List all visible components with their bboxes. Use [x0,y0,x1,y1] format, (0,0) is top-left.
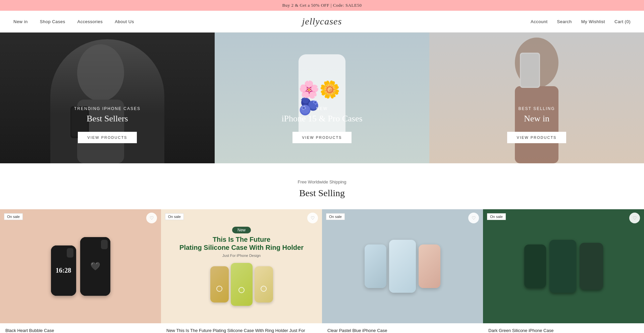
ring-holder-1 [216,286,222,292]
product-info-3: Clear Pastel Blue iPhone Case [322,323,483,333]
product-info-2: New This Is The Future Plating Silicone … [161,323,322,333]
ring-case-3 [255,266,273,302]
wishlist-btn-2[interactable]: ♡ [307,213,318,223]
phone-mockup-1: 16:28 🖤 [51,237,110,296]
product-grid: On sale ♡ 16:28 🖤 Black Heart Bubble [0,209,644,333]
hero-center-content: New iPhone 15 & Pro Cases VIEW PRODUCTS [215,106,429,143]
product-name-1: Black Heart Bubble Case [5,327,156,333]
nav-about-us[interactable]: About Us [115,19,134,24]
camera-2 [101,240,108,249]
hero-left-btn[interactable]: VIEW PRODUCTS [78,132,137,143]
phone-md-1: 🖤 [80,237,110,296]
nav-wishlist[interactable]: My Wishlist [581,19,605,24]
product-card-1[interactable]: On sale ♡ 16:28 🖤 Black Heart Bubble [0,209,161,333]
phone-3-sm [365,244,386,288]
on-sale-badge-1: On sale [4,213,23,220]
best-selling-title: Best Selling [0,188,644,199]
best-selling-sublabel: Free Worldwide Shipping [0,179,644,184]
hero-left-title: Best Sellers [0,114,215,124]
product-card-4[interactable]: On sale ♡ Dark Green Silicone iPhone Cas… [483,209,644,333]
product-image-4: On sale ♡ [483,209,644,323]
phones-row-3 [365,240,440,293]
hero-right-subtitle: Best Selling [429,106,644,111]
on-sale-badge-4: On sale [487,213,506,220]
hero-right-bg [429,33,644,163]
site-header: New in Shop Cases Accessories About Us j… [0,11,644,33]
product-image-2: On sale ♡ New This Is The Future Plating… [161,209,322,323]
hero-right-content: Best Selling New in VIEW PRODUCTS [429,106,644,143]
hero-right-btn[interactable]: VIEW PRODUCTS [507,132,567,143]
new-pill-2: New [232,227,251,233]
camera-1 [67,248,73,258]
announcement-text: Buy 2 & Get a 50% OFF | Code: SALE50 [282,3,362,8]
ring-holder-3 [261,286,267,292]
dark-case-3 [580,243,603,290]
product2-title-line1: This Is The Future [213,236,270,243]
nav-account[interactable]: Account [531,19,547,24]
wishlist-btn-3[interactable]: ♡ [468,213,479,223]
svg-rect-7 [521,54,539,87]
product-card-3[interactable]: On sale ♡ Clear Pastel Blue iPhone Case [322,209,483,333]
ring-case-2 [231,263,253,306]
hero-panel-new-in: Best Selling New in VIEW PRODUCTS [429,33,644,163]
product-name-4: Dark Green Silicone iPhone Case [488,327,639,333]
product-name-2: New This Is The Future Plating Silicone … [166,327,317,333]
announcement-bar: Buy 2 & Get a 50% OFF | Code: SALE50 [0,0,644,11]
hero-center-btn[interactable]: VIEW PRODUCTS [292,132,352,143]
site-logo[interactable]: jellycases [302,16,342,27]
product-image-1: On sale ♡ 16:28 🖤 [0,209,161,323]
on-sale-badge-3: On sale [326,213,345,220]
product-card-2[interactable]: On sale ♡ New This Is The Future Plating… [161,209,322,333]
nav-new-in[interactable]: New in [13,19,28,24]
dark-case-2 [549,240,576,293]
nav-right: Account Search My Wishlist Cart (0) [531,19,631,24]
hero-section: Trending iPhone Cases Best Sellers VIEW … [0,33,644,163]
product-image-3: On sale ♡ [322,209,483,323]
nav-shop-cases[interactable]: Shop Cases [40,19,65,24]
product2-subtitle: Just For iPhone Design [222,254,261,258]
on-sale-badge-2: On sale [165,213,184,220]
phone-content-1: 🖤 [90,262,100,271]
wishlist-btn-1[interactable]: ♡ [146,213,157,223]
hero-left-bg [0,33,215,163]
phone-sm-1: 16:28 [51,245,76,296]
hero-center-bg: 🌸🌼🫐 [215,33,429,163]
nav-accessories[interactable]: Accessories [77,19,103,24]
nav-left: New in Shop Cases Accessories About Us [13,19,134,24]
best-selling-intro: Free Worldwide Shipping Best Selling [0,163,644,209]
hero-right-title: New in [429,114,644,124]
hero-left-content: Trending iPhone Cases Best Sellers VIEW … [0,106,215,143]
hero-center-subtitle: New [215,106,429,111]
nav-cart[interactable]: Cart (0) [614,19,631,24]
dark-phone-cases [524,240,603,293]
phone-3-md [389,240,416,293]
phone-time-1: 16:28 [56,267,71,274]
phone-3-sm2 [419,244,440,288]
dark-case-1 [524,244,546,288]
hero-left-subtitle: Trending iPhone Cases [0,106,215,111]
product-info-1: Black Heart Bubble Case [0,323,161,333]
product-name-3: Clear Pastel Blue iPhone Case [327,327,478,333]
hero-panel-best-sellers: Trending iPhone Cases Best Sellers VIEW … [0,33,215,163]
ring-case-1 [210,266,229,302]
product2-content: New This Is The Future Plating Silicone … [161,209,322,323]
ring-cases-row [210,263,273,306]
nav-search[interactable]: Search [557,19,572,24]
hero-panel-iphone15: 🌸🌼🫐 New iPhone 15 & Pro Cases VIEW PRODU… [215,33,429,163]
ring-holder-2 [238,287,245,293]
svg-point-0 [77,44,124,101]
hero-center-title: iPhone 15 & Pro Cases [215,114,429,124]
wishlist-btn-4[interactable]: ♡ [629,213,640,223]
hero-left-image [50,39,164,163]
product-info-4: Dark Green Silicone iPhone Case [483,323,644,333]
product2-title: This Is The Future Plating Silicone Case… [179,235,304,252]
product2-title-line2: Plating Silicone Case With Ring Holder [179,244,304,251]
